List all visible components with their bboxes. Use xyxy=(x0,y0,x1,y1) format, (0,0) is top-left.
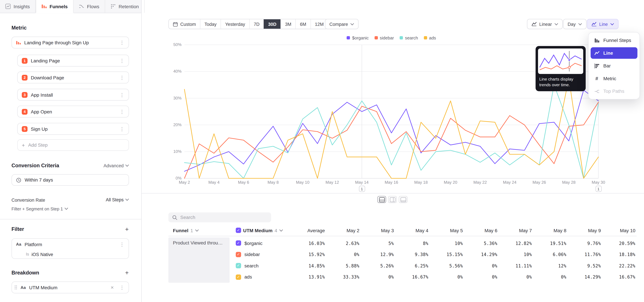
search-input[interactable] xyxy=(180,215,267,220)
add-step-button[interactable]: + Add Step xyxy=(17,139,129,151)
kebab-menu-icon[interactable]: ⋮ xyxy=(120,242,124,247)
add-breakdown-button[interactable]: + xyxy=(123,269,131,276)
metric-heading: Metric xyxy=(12,25,27,31)
series-line-sidebar[interactable] xyxy=(184,102,598,178)
yesterday-button[interactable]: Yesterday xyxy=(221,19,249,29)
menu-item-bar[interactable]: Bar xyxy=(591,60,638,72)
menu-item-metric[interactable]: # Metric xyxy=(591,73,638,84)
funnel-column-header[interactable]: Funnel 1 xyxy=(173,228,199,233)
tab-label: Insights xyxy=(14,4,30,9)
step-row-4[interactable]: 4 App Open ⋮ xyxy=(17,106,129,118)
table-row: ✓search14.85%5.88%5.26%6.25%5.56%0%11.11… xyxy=(168,260,636,271)
layout-split-horizontal-button[interactable] xyxy=(378,196,386,203)
advanced-label: Advanced xyxy=(104,163,124,168)
breakdown-column-header[interactable]: ✓ UTM Medium 4 xyxy=(236,228,283,233)
menu-item-label: Funnel Steps xyxy=(604,38,631,42)
string-type-icon: Aa xyxy=(16,242,21,246)
x-axis-label: May 26 xyxy=(528,180,550,184)
tab-label: Funnels xyxy=(50,4,68,9)
cell-value: 19.51% xyxy=(532,238,566,249)
calendar-icon xyxy=(173,22,178,26)
retention-icon xyxy=(110,4,116,9)
table-header: Funnel 1 ✓ UTM Medium 4 AverageMay 2May … xyxy=(168,226,636,236)
filter-card-platform[interactable]: Aa Platform ⋮ Is iOS Native xyxy=(12,238,129,259)
cell-value: 5.88% xyxy=(325,260,360,271)
step-row-5[interactable]: 5 Sign Up ⋮ xyxy=(17,123,129,135)
legend-item[interactable]: search xyxy=(400,36,418,40)
layout-split-vertical-button[interactable] xyxy=(388,196,397,203)
tab-retention[interactable]: Retention xyxy=(105,0,144,13)
filter-segment-label: Filter + Segment on Step 1 xyxy=(12,206,63,211)
row-checkbox[interactable]: ✓ xyxy=(236,274,241,280)
cell-value: 0% xyxy=(360,272,394,283)
remove-breakdown-icon[interactable]: × xyxy=(111,284,114,290)
menu-item-label: Metric xyxy=(604,76,616,81)
select-all-checkbox[interactable]: ✓ xyxy=(236,228,241,233)
tab-insights[interactable]: Insights xyxy=(0,0,36,13)
cell-value: 0% xyxy=(428,272,463,283)
row-label: sidebar xyxy=(244,252,260,257)
kebab-menu-icon[interactable]: ⋮ xyxy=(120,74,124,80)
line-chart-preview xyxy=(538,48,583,74)
menu-item-line[interactable]: Line xyxy=(591,47,638,59)
step-row-3[interactable]: 3 App Install ⋮ xyxy=(17,89,129,101)
metric-icon: # xyxy=(594,76,600,81)
series-line-$organic[interactable] xyxy=(184,90,598,171)
range-30d-button[interactable]: 30D xyxy=(264,19,280,29)
kebab-menu-icon[interactable]: ⋮ xyxy=(120,58,124,64)
layout-chart-only-button[interactable] xyxy=(399,196,407,203)
legend-item[interactable]: ads xyxy=(424,36,436,40)
search-box[interactable] xyxy=(168,212,271,222)
kebab-menu-icon[interactable]: ⋮ xyxy=(120,40,124,45)
menu-item-funnel-steps[interactable]: Funnel Steps xyxy=(591,34,638,46)
breakdown-card-utm-medium[interactable]: Aa UTM Medium × ⋮ xyxy=(12,282,129,294)
row-checkbox[interactable]: ✓ xyxy=(236,252,241,257)
annotation-badge[interactable]: 1 xyxy=(359,186,365,192)
x-axis-label: May 24 xyxy=(499,180,520,184)
legend-label: sidebar xyxy=(380,36,394,40)
x-axis-label: May 10 xyxy=(292,180,313,184)
step-row-1[interactable]: 1 Landing Page ⋮ xyxy=(17,55,129,66)
step-number-badge: 5 xyxy=(22,126,28,132)
granularity-day-button[interactable]: Day xyxy=(563,19,586,29)
filter-heading: Filter xyxy=(12,226,24,232)
kebab-menu-icon[interactable]: ⋮ xyxy=(120,109,124,114)
kebab-menu-icon[interactable]: ⋮ xyxy=(120,284,124,290)
legend-swatch xyxy=(424,36,427,40)
funnel-card[interactable]: Landing Page through Sign Up ⋮ xyxy=(12,36,129,48)
row-checkbox[interactable]: ✓ xyxy=(236,263,241,268)
custom-range-button[interactable]: Custom xyxy=(169,19,200,29)
scale-linear-button[interactable]: Linear xyxy=(527,19,562,29)
filter-card-condition[interactable]: Is iOS Native xyxy=(12,250,129,258)
add-filter-button[interactable]: + xyxy=(123,225,131,232)
conversion-window-row[interactable]: Within 7 days xyxy=(12,174,129,186)
y-axis-label: 10% xyxy=(173,149,182,154)
compare-button[interactable]: Compare xyxy=(325,19,358,29)
tab-label: Flows xyxy=(87,4,100,9)
kebab-menu-icon[interactable]: ⋮ xyxy=(120,126,124,132)
today-button[interactable]: Today xyxy=(200,19,220,29)
all-steps-dropdown[interactable]: All Steps xyxy=(106,197,129,202)
advanced-dropdown[interactable]: Advanced xyxy=(104,163,129,168)
range-7d-button[interactable]: 7D xyxy=(249,19,264,29)
step-row-2[interactable]: 2 Download Page ⋮ xyxy=(17,72,129,84)
chart-type-line-button[interactable]: Line xyxy=(587,19,618,29)
tab-flows[interactable]: Flows xyxy=(74,0,105,13)
scale-label: Linear xyxy=(539,22,552,26)
kebab-menu-icon[interactable]: ⋮ xyxy=(120,92,124,98)
table-row: ✓sidebar15.92%0%12.9%9.38%15.15%14.29%10… xyxy=(168,249,636,260)
x-axis: May 2May 4May 6May 8May 10May 12May 14Ma… xyxy=(184,180,598,186)
series-line-search[interactable] xyxy=(184,85,598,178)
row-checkbox[interactable]: ✓ xyxy=(236,240,241,246)
annotation-badge[interactable]: 1 xyxy=(595,186,602,192)
range-3m-button[interactable]: 3M xyxy=(280,19,296,29)
x-axis-label: May 30 xyxy=(588,180,609,184)
legend-item[interactable]: $organic xyxy=(347,36,368,40)
add-step-label: Add Step xyxy=(28,142,48,148)
tab-funnels[interactable]: Funnels xyxy=(36,0,74,13)
filter-segment-dropdown[interactable]: Filter + Segment on Step 1 xyxy=(12,206,68,211)
legend-item[interactable]: sidebar xyxy=(374,36,394,40)
range-6m-button[interactable]: 6M xyxy=(296,19,310,29)
drag-handle-icon[interactable] xyxy=(14,285,17,290)
column-header-may-7: May 7 xyxy=(498,228,532,233)
